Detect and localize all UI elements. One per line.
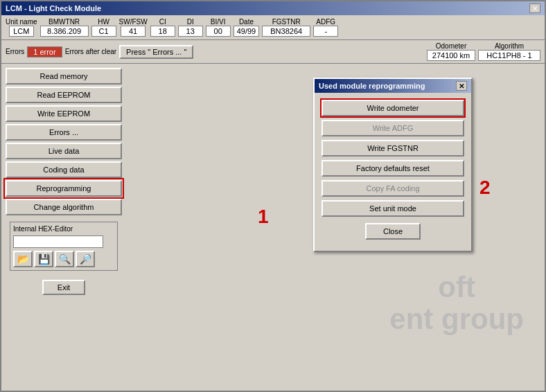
di-label: DI bbox=[187, 18, 194, 26]
adfg-value: - bbox=[313, 26, 338, 37]
hw-field: HW C1 bbox=[91, 18, 116, 37]
read-memory-button[interactable]: Read memory bbox=[6, 68, 122, 84]
errors-button[interactable]: Errors ... bbox=[6, 124, 122, 141]
bmwtnr-value: 8.386.209 bbox=[40, 26, 89, 37]
copy-fa-coding-button: Copy FA coding bbox=[322, 180, 464, 197]
algorithm-field: Algorithm HC11PH8 - 1 bbox=[478, 42, 540, 61]
di-value: 13 bbox=[178, 26, 203, 37]
error-count-button[interactable]: 1 error bbox=[27, 46, 62, 57]
hex-editor-section: Internal HEX-Editor 📂 💾 🔍 🔎 bbox=[10, 222, 118, 271]
errors-row: Errors 1 error Errors after clear Press … bbox=[1, 40, 545, 64]
write-adfg-button: Write ADFG bbox=[322, 120, 464, 136]
info-row: Unit name LCM BMWTNR 8.386.209 HW C1 SW/… bbox=[1, 15, 545, 40]
watermark-line2: ent group bbox=[389, 303, 524, 335]
write-odometer-button[interactable]: Write odometer bbox=[322, 100, 464, 116]
ci-field: CI 18 bbox=[150, 18, 175, 37]
swfsw-value: 41 bbox=[121, 26, 146, 37]
adfg-label: ADFG bbox=[316, 18, 335, 26]
write-eeprom-button[interactable]: Write EEPROM bbox=[6, 105, 122, 122]
ci-label: CI bbox=[159, 18, 166, 26]
write-fgstnr-button[interactable]: Write FGSTNR bbox=[322, 140, 464, 157]
bivi-field: BI/VI 00 bbox=[206, 18, 231, 37]
change-algorithm-button[interactable]: Change algorithm bbox=[6, 199, 122, 215]
sidebar: Read memory Read EEPROM Write EEPROM Err… bbox=[1, 64, 126, 391]
fgstnr-field: FGSTNR BN38264 bbox=[262, 18, 310, 37]
unit-name-label: Unit name bbox=[6, 18, 37, 26]
algorithm-value: HC11PH8 - 1 bbox=[478, 50, 540, 61]
press-errors-button[interactable]: Press " Errors ... " bbox=[119, 45, 193, 59]
date-value: 49/99 bbox=[234, 26, 260, 37]
swfsw-label: SW/FSW bbox=[119, 18, 148, 26]
main-window: LCM - Light Check Module ✕ Unit name LCM… bbox=[0, 0, 546, 392]
dialog-title-text: Used module reprogramming bbox=[319, 82, 425, 90]
odometer-value: 274100 km bbox=[427, 50, 475, 61]
fgstnr-label: FGSTNR bbox=[272, 18, 301, 26]
watermark: oft ent group bbox=[389, 271, 524, 335]
reprogramming-dialog: Used module reprogramming ✕ Write odomet… bbox=[313, 78, 473, 252]
dialog-body: Write odometer Write ADFG Write FGSTNR F… bbox=[315, 93, 471, 251]
dialog-close-btn[interactable]: Close bbox=[365, 223, 421, 240]
dialog-close-row: Close bbox=[322, 220, 464, 244]
number-label-1: 1 bbox=[258, 206, 269, 228]
odo-algo-section: Odometer 274100 km Algorithm HC11PH8 - 1 bbox=[427, 42, 540, 61]
algorithm-label: Algorithm bbox=[495, 42, 524, 50]
read-eeprom-button[interactable]: Read EEPROM bbox=[6, 87, 122, 103]
hex-folder-button[interactable]: 📂 bbox=[13, 251, 33, 267]
window-close-button[interactable]: ✕ bbox=[529, 3, 540, 13]
unit-name-field: Unit name LCM bbox=[6, 18, 37, 37]
hex-input[interactable] bbox=[13, 235, 103, 248]
right-area: oft ent group 1 2 Used module reprogramm… bbox=[126, 64, 545, 391]
errors-label: Errors bbox=[6, 48, 24, 55]
date-label: Date bbox=[239, 18, 254, 26]
di-field: DI 13 bbox=[178, 18, 203, 37]
bmwtnr-field: BMWTNR 8.386.209 bbox=[40, 18, 89, 37]
coding-data-button[interactable]: Coding data bbox=[6, 161, 122, 178]
bmwtnr-label: BMWTNR bbox=[49, 18, 80, 26]
hex-save-button[interactable]: 💾 bbox=[34, 251, 53, 267]
hex-editor-title: Internal HEX-Editor bbox=[13, 225, 114, 233]
window-title: LCM - Light Check Module bbox=[6, 4, 101, 12]
main-area: Read memory Read EEPROM Write EEPROM Err… bbox=[1, 64, 545, 391]
fgstnr-value: BN38264 bbox=[262, 26, 310, 37]
factory-defaults-reset-button[interactable]: Factory defaults reset bbox=[322, 160, 464, 177]
window-content: Unit name LCM BMWTNR 8.386.209 HW C1 SW/… bbox=[1, 15, 545, 391]
unit-name-value: LCM bbox=[9, 26, 34, 37]
ci-value: 18 bbox=[150, 26, 175, 37]
set-unit-mode-button[interactable]: Set unit mode bbox=[322, 200, 464, 217]
errors-after-clear-label: Errors after clear bbox=[65, 48, 116, 55]
swfsw-field: SW/FSW 41 bbox=[119, 18, 148, 37]
dialog-title-bar: Used module reprogramming ✕ bbox=[315, 79, 471, 93]
adfg-field: ADFG - bbox=[313, 18, 338, 37]
exit-button[interactable]: Exit bbox=[42, 280, 85, 295]
hex-search1-button[interactable]: 🔍 bbox=[55, 251, 74, 267]
odometer-field: Odometer 274100 km bbox=[427, 42, 475, 61]
title-bar: LCM - Light Check Module ✕ bbox=[1, 1, 545, 15]
hw-label: HW bbox=[98, 18, 109, 26]
hw-value: C1 bbox=[91, 26, 116, 37]
dialog-close-button[interactable]: ✕ bbox=[456, 81, 467, 91]
reprogramming-button[interactable]: Reprogramming bbox=[6, 180, 122, 197]
bivi-label: BI/VI bbox=[211, 18, 226, 26]
watermark-line1: oft bbox=[389, 271, 524, 303]
odometer-label: Odometer bbox=[436, 42, 466, 50]
live-data-button[interactable]: Live data bbox=[6, 143, 122, 159]
hex-buttons-row: 📂 💾 🔍 🔎 bbox=[13, 251, 114, 267]
date-field: Date 49/99 bbox=[234, 18, 260, 37]
bivi-value: 00 bbox=[206, 26, 231, 37]
hex-search2-button[interactable]: 🔎 bbox=[76, 251, 95, 267]
number-label-2: 2 bbox=[479, 177, 491, 199]
